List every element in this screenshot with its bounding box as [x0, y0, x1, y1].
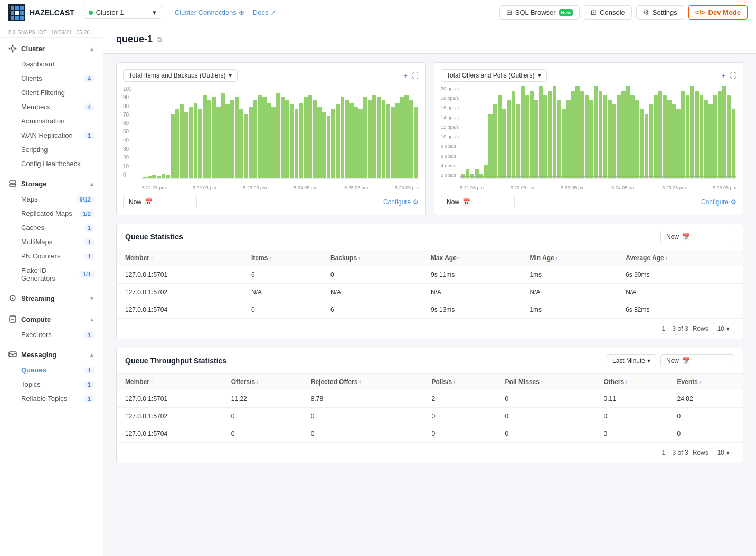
streaming-group-left: Streaming — [8, 294, 55, 302]
tp-sort-poll-misses: ↑ — [541, 379, 543, 385]
sidebar-item-client-filtering[interactable]: Client Filtering — [0, 85, 103, 100]
cluster-chevron-icon: ▲ — [89, 46, 94, 52]
tp-sort-events: ↑ — [699, 379, 702, 385]
cluster-connections-button[interactable]: Cluster Connections ⊕ — [175, 8, 244, 16]
settings-button[interactable]: ⚙ Settings — [636, 5, 684, 20]
cluster-group-label: Cluster — [21, 45, 45, 53]
col-backups[interactable]: Backups↑ — [322, 250, 422, 266]
svg-rect-7 — [15, 16, 19, 20]
throughput-calendar-icon: 📅 — [682, 357, 690, 365]
dev-mode-button[interactable]: </> Dev Mode — [688, 5, 748, 20]
chart1-selector[interactable]: Total Items and Backups (Outliers) ▾ — [123, 69, 238, 82]
copy-icon[interactable]: ⧉ — [157, 35, 162, 44]
chart2-configure-link[interactable]: Configure ⚙ — [701, 198, 736, 206]
chart1-y-axis: 100 90 80 70 60 50 40 30 20 10 0 — [123, 86, 142, 179]
console-button[interactable]: ⊡ Console — [584, 5, 632, 20]
chart1-expand-icon[interactable]: ⛶ — [412, 72, 419, 80]
throughput-rows-select[interactable]: 10 ▾ — [713, 447, 734, 458]
svg-point-10 — [12, 45, 14, 46]
tp-col-member[interactable]: Member↑ — [117, 374, 223, 390]
chart1-time-input[interactable]: Now 📅 — [123, 196, 197, 208]
cluster-group[interactable]: Cluster ▲ — [0, 40, 103, 57]
queue-stats-time[interactable]: Now 📅 — [660, 231, 734, 243]
sidebar-item-reliable-topics[interactable]: Reliable Topics1 — [0, 391, 103, 406]
throughput-time[interactable]: Now 📅 — [660, 354, 734, 367]
chart1-add-icon[interactable]: + — [403, 72, 408, 80]
col-items[interactable]: Items↑ — [243, 250, 322, 266]
compute-icon — [8, 315, 17, 323]
chart2-expand-icon[interactable]: ⛶ — [730, 72, 736, 80]
chart2-time-input[interactable]: Now 📅 — [441, 196, 515, 208]
tp-col-rejected[interactable]: Rejected Offers↑ — [303, 374, 423, 390]
compute-group-label: Compute — [21, 315, 51, 323]
storage-section: Storage ▲ Maps9/12 Replicated Maps1/2 Ca… — [0, 173, 103, 287]
sidebar-item-scripting[interactable]: Scripting — [0, 142, 103, 157]
main-content: queue-1 ⧉ Total Items and Backups (Outli… — [103, 25, 756, 556]
queue-rows-select[interactable]: 10 ▾ — [713, 323, 734, 334]
rows-label: Rows — [693, 325, 708, 332]
cluster-connections-label: Cluster Connections — [175, 8, 237, 16]
chart1-chevron-icon: ▾ — [229, 72, 232, 79]
sidebar: 5.0-SNAPSHOT - 10/09/21 - 05:26 Cluster … — [0, 25, 103, 556]
throughput-stats-header: Queue Throughput Statistics Last Minute … — [117, 348, 743, 374]
chart2-actions: + ⛶ — [721, 72, 736, 80]
svg-rect-5 — [20, 11, 24, 15]
col-min-age[interactable]: Min Age↑ — [521, 250, 617, 266]
sidebar-item-members[interactable]: Members4 — [0, 100, 103, 114]
col-avg-age[interactable]: Average Age↑ — [617, 250, 743, 266]
compute-group-left: Compute — [8, 315, 51, 323]
settings-label: Settings — [653, 8, 677, 16]
chart1-footer: Now 📅 Configure ⚙ — [123, 196, 419, 208]
messaging-group[interactable]: Messaging ▲ — [0, 346, 103, 363]
table-row: 127.0.0.1:5701 11.22 8.78 2 0 0.11 24.02 — [117, 390, 743, 408]
chart1-configure-link[interactable]: Configure ⚙ — [383, 198, 419, 206]
sidebar-item-topics[interactable]: Topics1 — [0, 377, 103, 391]
sidebar-item-wan-replication[interactable]: WAN Replication1 — [0, 128, 103, 142]
table-row: 127.0.0.1:5704 0 0 0 0 0 0 — [117, 425, 743, 443]
sort-backups-icon: ↑ — [358, 255, 361, 261]
tp-col-events[interactable]: Events↑ — [669, 374, 743, 390]
last-minute-button[interactable]: Last Minute ▾ — [607, 354, 656, 367]
tp-col-polls[interactable]: Polls/s↑ — [423, 374, 496, 390]
sidebar-item-executors[interactable]: Executors1 — [0, 328, 103, 342]
sort-minage-icon: ↑ — [555, 255, 558, 261]
sidebar-item-replicated-maps[interactable]: Replicated Maps1/2 — [0, 206, 103, 221]
sidebar-item-queues[interactable]: Queues1 — [0, 363, 103, 377]
sidebar-item-administration[interactable]: Administration — [0, 114, 103, 128]
sidebar-item-config-healthcheck[interactable]: Config Healthcheck — [0, 157, 103, 171]
chart1-actions: + ⛶ — [403, 72, 419, 80]
sidebar-item-multimaps[interactable]: MultiMaps1 — [0, 235, 103, 249]
col-max-age[interactable]: Max Age↑ — [422, 250, 521, 266]
topbar: HAZELCAST Cluster-1 ▾ Cluster Connection… — [0, 0, 756, 25]
svg-rect-0 — [11, 6, 14, 10]
storage-group[interactable]: Storage ▲ — [0, 175, 103, 192]
cluster-selector[interactable]: Cluster-1 ▾ — [83, 6, 162, 19]
compute-chevron-icon: ▲ — [89, 317, 94, 322]
chart2-footer: Now 📅 Configure ⚙ — [441, 196, 736, 208]
compute-group[interactable]: Compute ▲ — [0, 311, 103, 328]
docs-link[interactable]: Docs ↗ — [253, 8, 277, 16]
chart2-selector[interactable]: Total Offers and Polls (Outliers) ▾ — [441, 69, 547, 82]
tp-sort-rejected: ↑ — [358, 379, 361, 385]
sql-browser-button[interactable]: ⊞ SQL Browser New — [499, 5, 580, 20]
chart2-add-icon[interactable]: + — [721, 72, 725, 80]
storage-group-left: Storage — [8, 179, 46, 188]
streaming-group[interactable]: Streaming ▼ — [0, 290, 103, 306]
logo: HAZELCAST — [8, 4, 74, 21]
sidebar-item-clients[interactable]: Clients4 — [0, 71, 103, 85]
sidebar-item-pn-counters[interactable]: PN Counters1 — [0, 249, 103, 263]
col-member[interactable]: Member↑ — [117, 250, 243, 266]
sidebar-item-flake-id[interactable]: Flake ID Generators1/1 — [0, 263, 103, 285]
tp-col-others[interactable]: Others↑ — [595, 374, 668, 390]
tp-col-poll-misses[interactable]: Poll Misses↑ — [497, 374, 596, 390]
svg-point-11 — [12, 51, 14, 53]
sidebar-item-dashboard[interactable]: Dashboard — [0, 57, 103, 71]
queue-stats-title: Queue Statistics — [125, 233, 183, 241]
sidebar-item-maps[interactable]: Maps9/12 — [0, 192, 103, 206]
charts-row: Total Items and Backups (Outliers) ▾ + ⛶… — [116, 62, 743, 215]
cluster-section: Cluster ▲ Dashboard Clients4 Client Filt… — [0, 38, 103, 173]
chart2-calendar-icon: 📅 — [462, 198, 470, 206]
cluster-chevron-icon: ▾ — [153, 8, 156, 16]
sidebar-item-caches[interactable]: Caches1 — [0, 221, 103, 235]
tp-col-offers[interactable]: Offers/s↑ — [223, 374, 303, 390]
